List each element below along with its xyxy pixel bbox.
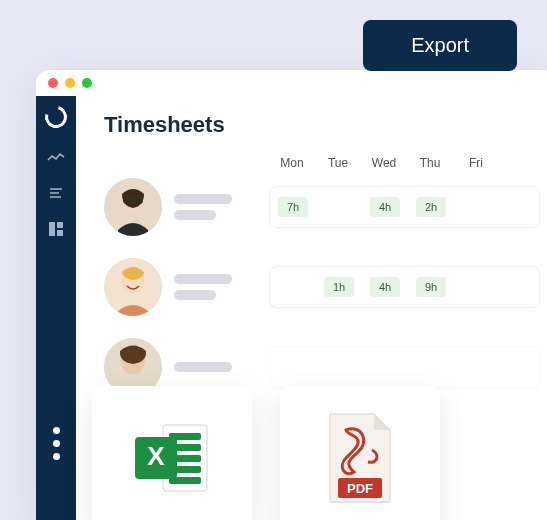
svg-rect-3 [49,222,55,236]
hour-pill[interactable]: 4h [370,277,400,297]
timesheet-row: 7h 4h 2h [104,178,540,236]
list-icon[interactable] [47,186,65,200]
name-placeholder [174,362,232,372]
window-titlebar [36,70,547,96]
sidebar-more-icon[interactable] [53,427,60,460]
excel-icon: X [129,415,215,501]
close-icon[interactable] [48,78,58,88]
day-header: Fri [453,156,499,170]
hour-pill[interactable]: 7h [278,197,308,217]
day-header: Thu [407,156,453,170]
user-cell[interactable] [104,178,269,236]
svg-text:X: X [147,441,165,471]
hour-pill[interactable]: 2h [416,197,446,217]
grid-icon[interactable] [47,222,65,236]
pdf-icon: PDF [324,412,396,504]
sidebar [36,96,76,520]
hour-pill[interactable]: 1h [324,277,354,297]
export-button[interactable]: Export [363,20,517,71]
export-cards: X PDF [92,386,440,520]
user-cell[interactable] [104,258,269,316]
page-title: Timesheets [104,112,540,138]
export-pdf-card[interactable]: PDF [280,386,440,520]
hours-track: 1h 4h 9h [269,266,540,308]
maximize-icon[interactable] [82,78,92,88]
days-header: Mon Tue Wed Thu Fri [104,156,540,170]
name-placeholder [174,274,232,284]
avatar [104,178,162,236]
day-header: Wed [361,156,407,170]
hours-track [269,346,540,388]
avatar [104,258,162,316]
role-placeholder [174,210,216,220]
svg-rect-5 [57,230,63,236]
minimize-icon[interactable] [65,78,75,88]
hours-track: 7h 4h 2h [269,186,540,228]
name-placeholder [174,194,232,204]
hour-pill[interactable]: 9h [416,277,446,297]
svg-text:PDF: PDF [347,481,373,496]
hour-pill[interactable]: 4h [370,197,400,217]
day-header: Mon [269,156,315,170]
logo-icon[interactable] [41,102,71,132]
export-excel-card[interactable]: X [92,386,252,520]
role-placeholder [174,290,216,300]
analytics-icon[interactable] [47,150,65,164]
day-header: Tue [315,156,361,170]
svg-rect-4 [57,222,63,228]
timesheet-row: 1h 4h 9h [104,258,540,316]
